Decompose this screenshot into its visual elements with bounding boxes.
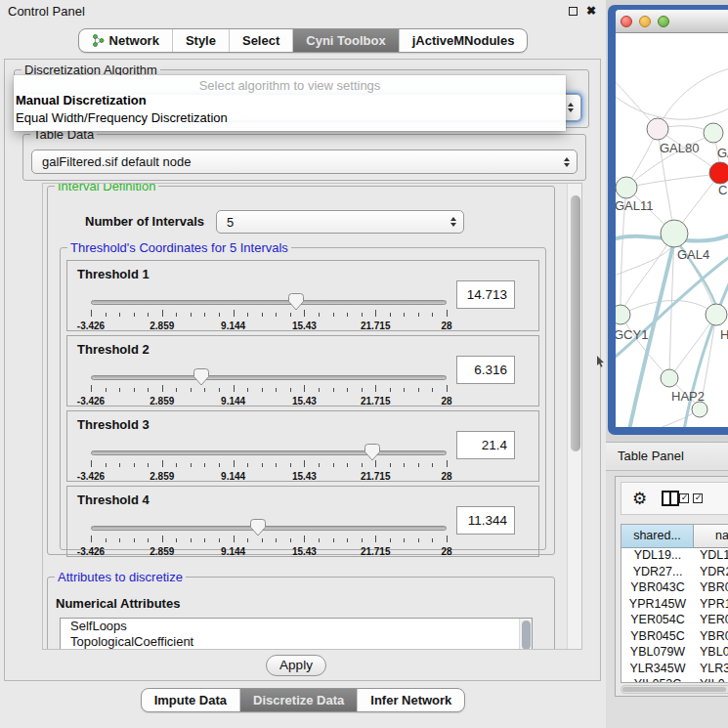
table-horizontal-scrollbar[interactable] [621,685,728,694]
cell-shared-name[interactable]: YPR145W [621,597,694,614]
network-node[interactable] [704,123,723,143]
slider-thumb[interactable] [288,293,304,311]
network-node[interactable] [616,177,637,198]
table-row[interactable]: YDL19...YDL1 [621,548,728,565]
cell-name[interactable]: YPR1 [694,597,728,614]
slider-track[interactable] [91,450,447,455]
cell-name[interactable]: YDR2 [694,565,728,581]
cell-shared-name[interactable]: YDL19... [621,548,694,565]
network-window-titlebar[interactable] [616,10,728,33]
table-data-combobox[interactable]: galFiltered.sif default node [31,150,578,174]
threshold-slider[interactable]: -3.4262.8599.14415.4321.71528 [91,519,447,558]
slider-track[interactable] [91,375,447,380]
tab-network[interactable]: Network [79,29,172,52]
apply-button[interactable]: Apply [266,655,326,676]
tick-label: 9.144 [221,321,245,331]
threshold-value-field[interactable]: 6.316 [456,356,515,384]
attribute-list-item[interactable]: SelfLoops [61,619,532,634]
checkbox-icon[interactable] [679,493,689,503]
cell-shared-name[interactable]: YBR043C [621,580,694,597]
tick-mark [234,310,235,317]
threshold-value-field[interactable]: 21.4 [456,431,515,459]
close-icon[interactable]: ✖ [586,5,596,17]
checkbox-icon[interactable] [693,493,703,503]
network-node[interactable] [706,304,727,325]
cell-shared-name[interactable]: YER054C [621,613,694,629]
network-canvas[interactable]: GAL80GACGAL11GAL4GCY1HHAP2 [616,33,728,427]
network-node[interactable] [647,118,668,140]
algorithm-option-manual-discretization[interactable]: Manual Discretization [14,92,566,109]
settings-vertical-scrollbar[interactable] [567,184,582,650]
network-node[interactable] [661,220,688,247]
cell-name[interactable]: YDL1 [694,548,728,565]
network-edge[interactable] [621,301,714,316]
tab-discretize-data[interactable]: Discretize Data [239,689,357,711]
threshold-value-field[interactable]: 14.713 [456,280,515,309]
network-edge[interactable] [658,68,728,129]
numerical-attributes-list[interactable]: SelfLoopsTopologicalCoefficientBetweenne… [60,618,533,650]
scrollbar-thumb[interactable] [571,195,580,451]
cell-shared-name[interactable]: YIL052C [621,677,694,683]
slider-track[interactable] [91,300,447,305]
node-label: GAL11 [616,198,654,213]
tab-style[interactable]: Style [172,29,229,52]
network-node[interactable] [709,162,728,184]
tab-select[interactable]: Select [229,29,292,52]
cell-name[interactable]: YER0 [694,613,728,629]
network-edge[interactable] [671,315,716,376]
cell-name[interactable]: YLR3 [694,662,728,678]
table-row[interactable]: YIL052CYIL0 [621,677,728,683]
table-row[interactable]: YBR045CYBR0 [621,629,728,646]
cell-name[interactable]: YBR0 [694,629,728,646]
slider-track[interactable] [91,526,447,531]
list-scrollbar[interactable] [519,619,532,650]
tick-label: 9.144 [221,471,245,482]
table-row[interactable]: YER054CYER0 [621,613,728,629]
column-header-shared-name[interactable]: shared... [621,525,694,548]
table-row[interactable]: YBR043CYBR0 [621,580,728,597]
float-window-icon[interactable] [569,7,578,16]
table-row[interactable]: YPR145WYPR1 [621,597,728,614]
tab-infer-network[interactable]: Infer Network [357,689,464,711]
slider-thumb[interactable] [250,519,266,536]
tick-mark [418,463,419,467]
mac-zoom-button[interactable] [658,16,669,27]
threshold-value-field[interactable]: 11.344 [456,506,515,535]
slider-thumb[interactable] [364,444,380,461]
cell-name[interactable]: YBL0 [694,645,728,662]
network-node[interactable] [616,305,630,324]
column-header-name[interactable]: na [694,525,728,548]
gear-icon[interactable]: ⚙ [632,491,647,507]
network-node[interactable] [692,402,707,417]
tab-cyni-toolbox[interactable]: Cyni Toolbox [292,29,398,52]
tick-mark [304,535,305,542]
table-row[interactable]: YLR345WYLR3 [621,662,728,678]
threshold-slider[interactable]: -3.4262.8599.14415.4321.71528 [91,368,447,407]
tick-mark [319,313,320,317]
number-of-intervals-combobox[interactable]: 5 [216,210,464,234]
tab-jactivemnodules[interactable]: jActiveMNodules [399,29,528,52]
tick-mark [148,463,149,467]
tab-impute-data[interactable]: Impute Data [142,689,239,711]
network-node[interactable] [661,369,678,387]
mac-minimize-button[interactable] [639,16,651,27]
cell-name[interactable]: YBR0 [694,580,728,597]
table-row[interactable]: YDR27...YDR2 [621,565,728,581]
threshold-slider[interactable]: -3.4262.8599.14415.4321.71528 [91,293,447,332]
table-row[interactable]: YBL079WYBL0 [621,645,728,662]
algorithm-option-equal-width-frequency[interactable]: Equal Width/Frequency Discretization [14,109,566,127]
tick-mark [304,310,305,317]
threshold-slider[interactable]: -3.4262.8599.14415.4321.71528 [91,444,447,483]
cell-shared-name[interactable]: YBL079W [621,645,694,662]
cell-name[interactable]: YIL0 [694,677,725,683]
mac-close-button[interactable] [621,16,632,27]
attribute-list-item[interactable]: TopologicalCoefficient [61,634,532,650]
cell-shared-name[interactable]: YLR345W [621,662,694,678]
node-table[interactable]: shared... na YDL19...YDL1YDR27...YDR2YBR… [621,524,728,683]
slider-thumb[interactable] [193,368,209,386]
network-view-window[interactable]: GAL80GACGAL11GAL4GCY1HHAP2 [608,5,728,435]
algorithm-placeholder-option[interactable]: Select algorithm to view settings [14,75,566,92]
cell-shared-name[interactable]: YBR045C [621,629,694,646]
split-columns-icon[interactable] [662,491,679,506]
cell-shared-name[interactable]: YDR27... [621,565,694,581]
